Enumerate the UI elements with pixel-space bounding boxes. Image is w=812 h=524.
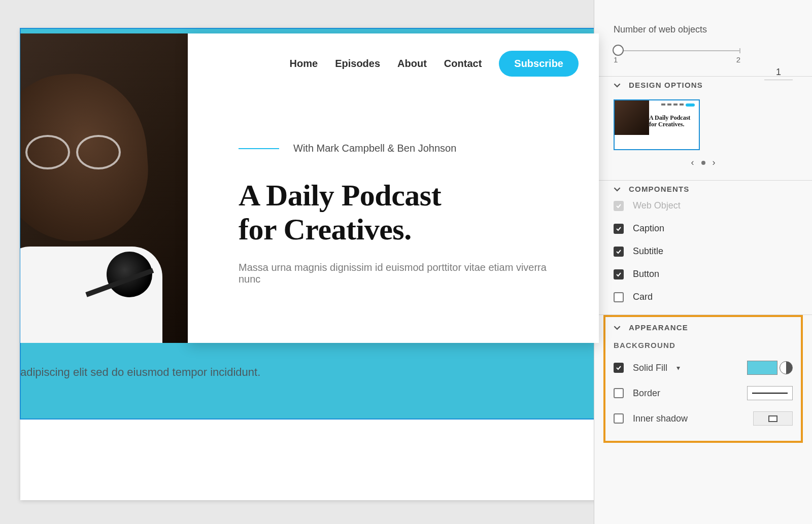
design-options-title: DESIGN OPTIONS xyxy=(629,81,703,89)
slider-thumb[interactable] xyxy=(613,45,624,56)
chevron-down-icon xyxy=(614,186,621,193)
design-options-header[interactable]: DESIGN OPTIONS xyxy=(614,81,793,89)
microphone-icon xyxy=(86,236,157,312)
nav-link-episodes[interactable]: Episodes xyxy=(335,58,380,69)
border-style-swatch[interactable] xyxy=(747,386,793,400)
checkbox-button[interactable] xyxy=(614,269,624,280)
artboard: adipiscing elit sed do eiusmod tempor in… xyxy=(20,28,629,500)
components-section: COMPONENTS Web Object Caption Subtitle xyxy=(594,181,812,315)
component-subtitle[interactable]: Subtitle xyxy=(614,246,793,257)
hero-photo xyxy=(20,33,200,343)
slider-max: 2 xyxy=(736,55,740,64)
components-list: Web Object Caption Subtitle Button xyxy=(614,200,793,302)
pager-prev-icon[interactable]: ‹ xyxy=(691,157,694,168)
inner-shadow-label: Inner shadow xyxy=(633,413,688,424)
hero-nav: Home Episodes About Contact Subscribe xyxy=(188,33,599,77)
subscribe-button[interactable]: Subscribe xyxy=(499,51,579,77)
slider-range-labels: 1 2 xyxy=(614,55,740,64)
slider-min: 1 xyxy=(614,55,618,64)
design-option-pager: ‹ › xyxy=(614,157,793,168)
components-header[interactable]: COMPONENTS xyxy=(614,185,793,193)
thumb-title-l2: for Creatives. xyxy=(649,121,685,128)
appearance-title: APPEARANCE xyxy=(629,323,688,332)
nav-link-home[interactable]: Home xyxy=(290,58,318,69)
component-caption[interactable]: Caption xyxy=(614,223,793,234)
opacity-icon[interactable] xyxy=(780,361,793,374)
hero-subline: With Mark Campbell & Ben Johnson xyxy=(239,143,568,154)
checkbox-subtitle[interactable] xyxy=(614,247,624,257)
web-objects-slider[interactable] xyxy=(614,50,740,51)
appearance-header[interactable]: APPEARANCE xyxy=(614,323,793,332)
component-label: Button xyxy=(633,269,659,280)
chevron-down-icon xyxy=(614,324,621,331)
solid-fill-row: Solid Fill ▾ xyxy=(614,361,793,375)
hero-title-line2: for Creatives. xyxy=(239,213,568,247)
web-objects-value[interactable]: 1 xyxy=(764,67,793,80)
checkbox-caption[interactable] xyxy=(614,224,624,234)
subline-text: With Mark Campbell & Ben Johnson xyxy=(293,143,456,154)
component-label: Subtitle xyxy=(633,246,663,257)
background-caption: adipiscing elit sed do eiusmod tempor in… xyxy=(20,366,260,379)
component-label: Web Object xyxy=(633,200,681,211)
thumb-title-l1: A Daily Podcast xyxy=(649,114,690,121)
chevron-down-icon xyxy=(614,82,621,89)
hero-card[interactable]: Home Episodes About Contact Subscribe Wi… xyxy=(188,33,599,343)
component-card[interactable]: Card xyxy=(614,292,793,302)
glasses-icon xyxy=(25,135,127,165)
checkbox-solid-fill[interactable] xyxy=(614,363,624,373)
solid-fill-swatch[interactable] xyxy=(747,361,793,375)
background-subheader: BACKGROUND xyxy=(614,341,793,350)
nav-link-contact[interactable]: Contact xyxy=(444,58,482,69)
checkbox-inner-shadow[interactable] xyxy=(614,413,624,424)
component-web-object: Web Object xyxy=(614,200,793,211)
pager-next-icon[interactable]: › xyxy=(713,157,716,168)
pager-dot[interactable] xyxy=(701,161,705,165)
nav-link-about[interactable]: About xyxy=(397,58,427,69)
component-label: Caption xyxy=(633,223,664,234)
web-objects-section: Number of web objects 1 2 1 xyxy=(594,20,812,77)
component-label: Card xyxy=(633,292,653,302)
hero-description: Massa urna magnis dignissim id euismod p… xyxy=(239,262,568,285)
chevron-down-icon[interactable]: ▾ xyxy=(676,364,680,372)
design-option-thumbnail[interactable]: A Daily Podcast for Creatives. xyxy=(614,99,700,150)
checkbox-card[interactable] xyxy=(614,292,624,302)
border-row: Border xyxy=(614,386,793,400)
hero-title-line1: A Daily Podcast xyxy=(239,179,568,213)
checkbox-web-object xyxy=(614,201,624,211)
design-options-section: DESIGN OPTIONS A Daily Podcast for Creat… xyxy=(594,77,812,181)
properties-panel: Number of web objects 1 2 1 DESIGN OPTIO… xyxy=(594,0,812,524)
checkbox-border[interactable] xyxy=(614,388,624,398)
inner-shadow-row: Inner shadow xyxy=(614,411,793,426)
web-objects-label: Number of web objects xyxy=(614,24,793,35)
canvas-area: adipiscing elit sed do eiusmod tempor in… xyxy=(0,0,645,524)
subline-dash xyxy=(239,148,279,149)
solid-fill-label: Solid Fill xyxy=(633,363,667,373)
component-button[interactable]: Button xyxy=(614,269,793,280)
components-title: COMPONENTS xyxy=(629,185,690,193)
slider-tick xyxy=(739,48,740,53)
appearance-section: APPEARANCE BACKGROUND Solid Fill ▾ Borde… xyxy=(603,315,803,443)
inner-shadow-swatch[interactable] xyxy=(753,411,793,426)
border-label: Border xyxy=(633,388,660,399)
hero-body: With Mark Campbell & Ben Johnson A Daily… xyxy=(188,77,599,285)
color-swatch[interactable] xyxy=(747,361,777,375)
hero-title: A Daily Podcast for Creatives. xyxy=(239,179,568,247)
